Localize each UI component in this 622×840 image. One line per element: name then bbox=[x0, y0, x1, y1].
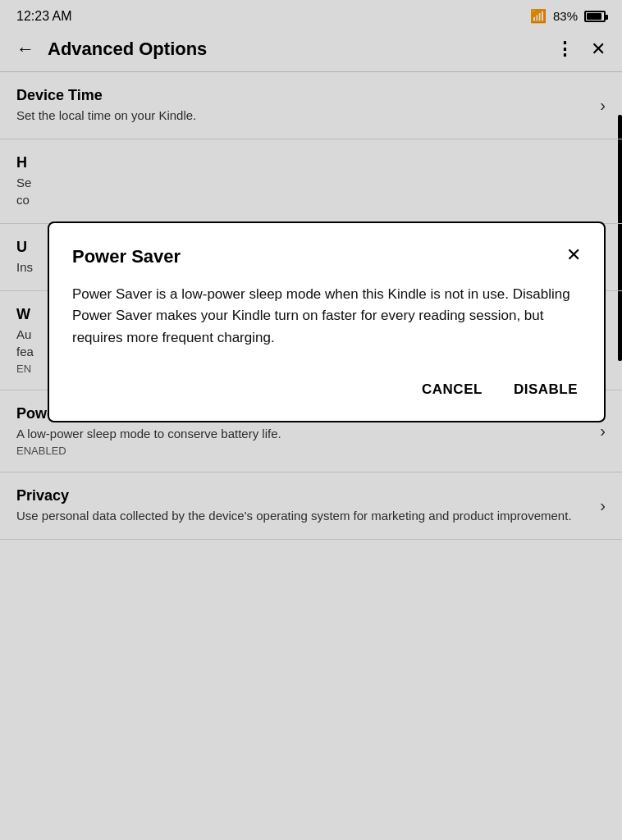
dialog-body: Power Saver is a low-power sleep mode wh… bbox=[72, 284, 581, 349]
dialog-overlay: Power Saver ✕ Power Saver is a low-power… bbox=[0, 0, 622, 840]
dialog-header: Power Saver ✕ bbox=[72, 246, 581, 267]
power-saver-dialog: Power Saver ✕ Power Saver is a low-power… bbox=[48, 221, 606, 422]
dialog-close-button[interactable]: ✕ bbox=[566, 246, 581, 264]
dialog-actions: CANCEL DISABLE bbox=[72, 375, 581, 404]
cancel-button[interactable]: CANCEL bbox=[418, 375, 486, 404]
disable-button[interactable]: DISABLE bbox=[510, 375, 581, 404]
dialog-title: Power Saver bbox=[72, 246, 181, 267]
